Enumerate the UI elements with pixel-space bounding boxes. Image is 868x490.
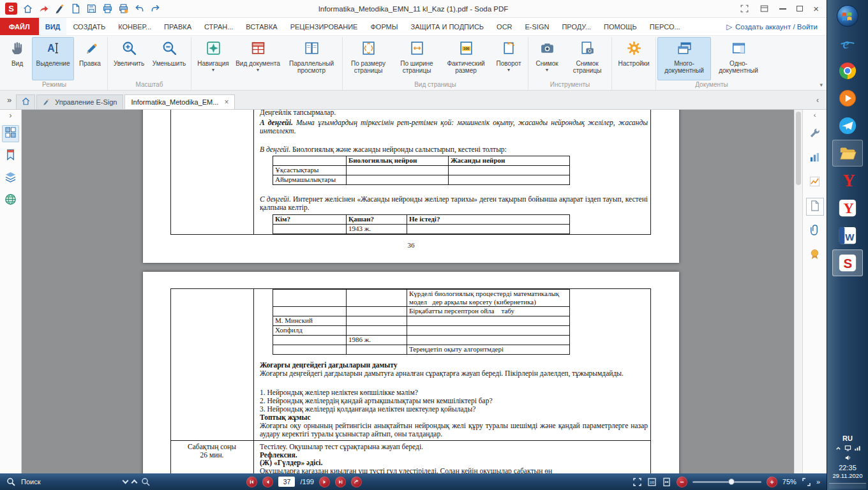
attachments-panel-button[interactable] bbox=[806, 198, 824, 216]
menu-tab-personalize[interactable]: ПЕРСО... bbox=[643, 18, 687, 35]
fit-width-button[interactable]: По ширине страницы bbox=[393, 37, 441, 80]
select-mode-button[interactable]: A Выделение bbox=[32, 37, 74, 80]
actual-size-button[interactable]: 100 Фактический размер bbox=[441, 37, 491, 80]
document-canvas[interactable]: Деңгейлік тапсырмалар. А деңгейі. Мына ұ… bbox=[22, 110, 794, 473]
zoom-slider[interactable] bbox=[692, 481, 761, 483]
fullscreen-icon[interactable] bbox=[632, 477, 642, 487]
snapshot-button[interactable]: Снимок ▾ bbox=[530, 37, 564, 80]
soda-logo[interactable]: S bbox=[5, 3, 17, 15]
fullscreen-mode-icon[interactable] bbox=[740, 4, 749, 13]
multi-document-button[interactable]: Много-документный bbox=[657, 37, 711, 80]
next-page-button[interactable] bbox=[319, 477, 330, 487]
tools-panel-button[interactable] bbox=[806, 125, 824, 143]
first-page-button[interactable] bbox=[246, 477, 257, 487]
home-tab-button[interactable] bbox=[16, 94, 35, 109]
zoom-in-button[interactable] bbox=[767, 477, 777, 487]
print-icon[interactable] bbox=[102, 3, 113, 14]
save-icon[interactable] bbox=[86, 3, 97, 14]
close-tab-icon[interactable]: × bbox=[224, 98, 228, 107]
collapse-right-panel-icon[interactable]: ‹ bbox=[814, 111, 816, 119]
menu-tab-forms[interactable]: ФОРМЫ bbox=[364, 18, 404, 35]
print-setup-icon[interactable] bbox=[118, 3, 129, 14]
undo-icon[interactable] bbox=[134, 3, 145, 14]
menu-tab-review[interactable]: РЕЦЕНЗИРОВАНИЕ bbox=[284, 18, 364, 35]
share-icon[interactable] bbox=[38, 3, 49, 14]
start-button[interactable] bbox=[832, 3, 863, 29]
fit-page-button[interactable]: По размеру страницы bbox=[344, 37, 393, 80]
document-view-button[interactable]: Вид документа ▾ bbox=[234, 37, 282, 80]
taskbar-telegram-button[interactable] bbox=[832, 112, 863, 139]
clock[interactable]: 22:35 bbox=[839, 464, 857, 472]
taskbar-media-player-button[interactable] bbox=[832, 85, 863, 112]
parallel-view-button[interactable]: Параллельный просмотр bbox=[282, 37, 341, 80]
tabs-scroll-icon[interactable]: ‹ bbox=[811, 96, 824, 105]
vertical-scrollbar[interactable] bbox=[794, 110, 802, 473]
language-indicator[interactable]: RU bbox=[842, 434, 853, 442]
new-document-icon[interactable] bbox=[70, 3, 81, 14]
taskbar-word-button[interactable]: W bbox=[832, 222, 863, 249]
minimize-button[interactable] bbox=[779, 8, 786, 10]
collapse-ribbon-icon[interactable] bbox=[760, 4, 769, 13]
edit-mode-button[interactable]: Правка bbox=[74, 37, 106, 80]
stamps-panel-button[interactable] bbox=[806, 246, 824, 264]
fit-page-icon[interactable] bbox=[662, 477, 671, 487]
advanced-search-icon[interactable] bbox=[141, 477, 151, 487]
network-icon[interactable] bbox=[854, 445, 861, 452]
menu-tab-esign[interactable]: E-SIGN bbox=[519, 18, 556, 35]
thumbnails-panel-button[interactable] bbox=[2, 125, 19, 142]
previous-page-button[interactable] bbox=[262, 477, 273, 487]
tab-esign-management[interactable]: Управление E-Sign bbox=[36, 94, 123, 109]
single-document-button[interactable]: Одно-документный bbox=[711, 37, 766, 80]
maximize-button[interactable] bbox=[797, 6, 803, 11]
stats-panel-button[interactable] bbox=[806, 149, 824, 167]
taskbar-yandex-button[interactable]: Y bbox=[832, 167, 863, 194]
find-next-icon[interactable] bbox=[123, 478, 129, 484]
menu-tab-pages[interactable]: СТРАН... bbox=[198, 18, 239, 35]
search-control[interactable]: Поиск bbox=[6, 477, 40, 487]
menu-tab-products[interactable]: ПРОДУ... bbox=[555, 18, 597, 35]
menu-tab-file[interactable]: ФАЙЛ bbox=[0, 18, 39, 35]
taskbar-explorer-button[interactable] bbox=[832, 140, 863, 167]
pen-icon[interactable] bbox=[54, 3, 65, 14]
account-signin-link[interactable]: ▷ Создать аккаунт / Войти bbox=[726, 18, 827, 35]
page-snapshot-button[interactable]: Снимок страницы bbox=[564, 37, 610, 80]
bookmarks-panel-button[interactable] bbox=[2, 147, 19, 165]
taskbar-ie-button[interactable]: e bbox=[832, 30, 863, 57]
fit-window-icon[interactable] bbox=[802, 477, 811, 487]
speaker-icon[interactable] bbox=[844, 454, 851, 461]
menu-tab-ocr[interactable]: OCR bbox=[490, 18, 518, 35]
paperclip-panel-button[interactable] bbox=[806, 222, 824, 240]
menu-tab-help[interactable]: ПОМОЩЬ bbox=[597, 18, 643, 35]
actual-size-icon[interactable]: 100 bbox=[647, 477, 657, 487]
redo-icon[interactable] bbox=[150, 3, 161, 14]
menu-tab-edit[interactable]: ПРАВКА bbox=[158, 18, 198, 35]
settings-button[interactable]: Настройки bbox=[613, 37, 654, 80]
navigation-button[interactable]: Навигация ▾ bbox=[193, 37, 234, 80]
date[interactable]: 29.11.2020 bbox=[833, 472, 863, 480]
expand-left-panel-icon[interactable]: › bbox=[10, 111, 12, 120]
menu-tab-secure[interactable]: ЗАЩИТА И ПОДПИСЬ bbox=[405, 18, 491, 35]
rotate-button[interactable]: Поворот ▾ bbox=[491, 37, 527, 80]
find-previous-icon[interactable] bbox=[131, 480, 138, 486]
menu-tab-insert[interactable]: ВСТАВКА bbox=[239, 18, 283, 35]
taskbar-soda-pdf-button[interactable]: S bbox=[832, 249, 863, 276]
statusbar-more-icon[interactable]: » bbox=[816, 478, 820, 486]
next-view-button[interactable] bbox=[351, 477, 362, 487]
zoom-in-button[interactable]: Увеличить bbox=[109, 37, 149, 80]
show-desktop-button[interactable] bbox=[829, 483, 866, 489]
menu-tab-create[interactable]: СОЗДАТЬ bbox=[66, 18, 112, 35]
tabs-overflow-icon[interactable]: » bbox=[3, 95, 16, 105]
chart-panel-button[interactable] bbox=[806, 174, 824, 191]
menu-tab-view[interactable]: ВИД bbox=[39, 18, 67, 35]
home-icon[interactable] bbox=[22, 3, 33, 14]
show-hidden-icons-icon[interactable] bbox=[835, 445, 842, 452]
scrollbar-thumb[interactable] bbox=[796, 112, 801, 185]
tab-informatika-pdf[interactable]: Informatika_Metodika_EM... × bbox=[124, 94, 235, 109]
zoom-slider-thumb[interactable] bbox=[728, 479, 735, 485]
zoom-out-button[interactable] bbox=[677, 477, 687, 487]
menu-tab-convert[interactable]: КОНВЕР... bbox=[112, 18, 158, 35]
taskbar-yandex-browser-button[interactable]: Y bbox=[832, 195, 863, 221]
taskbar-chrome-button[interactable] bbox=[832, 57, 863, 84]
layers-panel-button[interactable] bbox=[2, 170, 19, 187]
web-panel-button[interactable] bbox=[2, 192, 19, 209]
